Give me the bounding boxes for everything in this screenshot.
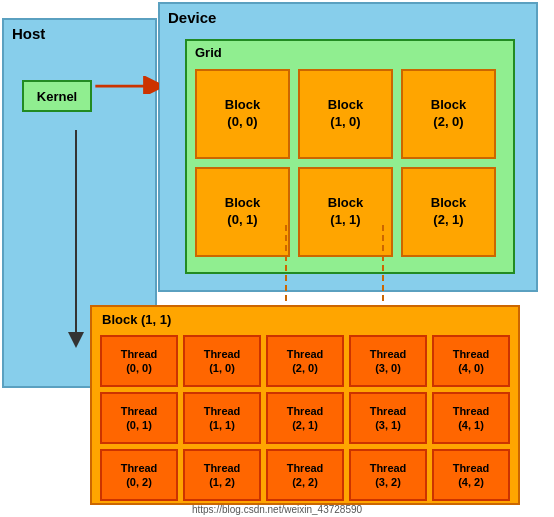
kernel-box: Kernel bbox=[22, 80, 92, 112]
thread-label-14: Thread bbox=[453, 461, 490, 475]
thread-label-2: Thread bbox=[287, 347, 324, 361]
thread-cell-12: Thread(2, 2) bbox=[266, 449, 344, 501]
host-arrow-icon bbox=[66, 130, 86, 350]
thread-coord-0: (0, 0) bbox=[126, 361, 152, 375]
threads-container: Thread(0, 0)Thread(1, 0)Thread(2, 0)Thre… bbox=[100, 335, 510, 501]
block-coord-2: (2, 0) bbox=[433, 114, 463, 131]
thread-coord-6: (1, 1) bbox=[209, 418, 235, 432]
block-cell-0: Block(0, 0) bbox=[195, 69, 290, 159]
block-label-1: Block bbox=[328, 97, 363, 114]
blocks-container: Block(0, 0)Block(1, 0)Block(2, 0)Block(0… bbox=[195, 69, 496, 257]
thread-coord-9: (4, 1) bbox=[458, 418, 484, 432]
thread-label-1: Thread bbox=[204, 347, 241, 361]
thread-coord-12: (2, 2) bbox=[292, 475, 318, 489]
thread-cell-4: Thread(4, 0) bbox=[432, 335, 510, 387]
block-coord-3: (0, 1) bbox=[227, 212, 257, 229]
big-block-panel: Block (1, 1) Thread(0, 0)Thread(1, 0)Thr… bbox=[90, 305, 520, 505]
block-label-4: Block bbox=[328, 195, 363, 212]
host-label: Host bbox=[12, 25, 45, 42]
thread-coord-8: (3, 1) bbox=[375, 418, 401, 432]
block-coord-4: (1, 1) bbox=[330, 212, 360, 229]
block-cell-3: Block(0, 1) bbox=[195, 167, 290, 257]
thread-label-4: Thread bbox=[453, 347, 490, 361]
thread-label-13: Thread bbox=[370, 461, 407, 475]
dashed-line-right-icon bbox=[382, 225, 384, 310]
watermark: https://blog.csdn.net/weixin_43728590 bbox=[192, 504, 362, 515]
block-cell-4: Block(1, 1) bbox=[298, 167, 393, 257]
thread-coord-10: (0, 2) bbox=[126, 475, 152, 489]
dashed-line-left-icon bbox=[285, 225, 287, 310]
block-label-5: Block bbox=[431, 195, 466, 212]
thread-coord-2: (2, 0) bbox=[292, 361, 318, 375]
grid-panel: Grid Block(0, 0)Block(1, 0)Block(2, 0)Bl… bbox=[185, 39, 515, 274]
block-cell-5: Block(2, 1) bbox=[401, 167, 496, 257]
device-panel: Device Grid Block(0, 0)Block(1, 0)Block(… bbox=[158, 2, 538, 292]
thread-cell-1: Thread(1, 0) bbox=[183, 335, 261, 387]
device-label: Device bbox=[168, 9, 216, 26]
thread-cell-8: Thread(3, 1) bbox=[349, 392, 427, 444]
block-coord-0: (0, 0) bbox=[227, 114, 257, 131]
thread-label-8: Thread bbox=[370, 404, 407, 418]
block-label-3: Block bbox=[225, 195, 260, 212]
block-coord-5: (2, 1) bbox=[433, 212, 463, 229]
thread-coord-7: (2, 1) bbox=[292, 418, 318, 432]
thread-label-0: Thread bbox=[121, 347, 158, 361]
thread-cell-2: Thread(2, 0) bbox=[266, 335, 344, 387]
thread-coord-4: (4, 0) bbox=[458, 361, 484, 375]
thread-cell-10: Thread(0, 2) bbox=[100, 449, 178, 501]
thread-cell-3: Thread(3, 0) bbox=[349, 335, 427, 387]
thread-cell-14: Thread(4, 2) bbox=[432, 449, 510, 501]
thread-coord-13: (3, 2) bbox=[375, 475, 401, 489]
thread-cell-9: Thread(4, 1) bbox=[432, 392, 510, 444]
thread-label-9: Thread bbox=[453, 404, 490, 418]
thread-coord-14: (4, 2) bbox=[458, 475, 484, 489]
thread-coord-5: (0, 1) bbox=[126, 418, 152, 432]
thread-cell-7: Thread(2, 1) bbox=[266, 392, 344, 444]
kernel-to-device-arrow-icon bbox=[89, 76, 159, 94]
grid-label: Grid bbox=[195, 45, 222, 60]
thread-cell-13: Thread(3, 2) bbox=[349, 449, 427, 501]
thread-label-3: Thread bbox=[370, 347, 407, 361]
block-label-0: Block bbox=[225, 97, 260, 114]
thread-cell-0: Thread(0, 0) bbox=[100, 335, 178, 387]
thread-cell-6: Thread(1, 1) bbox=[183, 392, 261, 444]
big-block-label: Block (1, 1) bbox=[102, 312, 171, 327]
thread-label-7: Thread bbox=[287, 404, 324, 418]
thread-label-12: Thread bbox=[287, 461, 324, 475]
block-coord-1: (1, 0) bbox=[330, 114, 360, 131]
thread-label-11: Thread bbox=[204, 461, 241, 475]
thread-cell-11: Thread(1, 2) bbox=[183, 449, 261, 501]
thread-cell-5: Thread(0, 1) bbox=[100, 392, 178, 444]
thread-coord-11: (1, 2) bbox=[209, 475, 235, 489]
block-label-2: Block bbox=[431, 97, 466, 114]
thread-label-5: Thread bbox=[121, 404, 158, 418]
thread-label-6: Thread bbox=[204, 404, 241, 418]
thread-coord-3: (3, 0) bbox=[375, 361, 401, 375]
kernel-label: Kernel bbox=[37, 89, 77, 104]
block-cell-1: Block(1, 0) bbox=[298, 69, 393, 159]
block-cell-2: Block(2, 0) bbox=[401, 69, 496, 159]
thread-label-10: Thread bbox=[121, 461, 158, 475]
thread-coord-1: (1, 0) bbox=[209, 361, 235, 375]
